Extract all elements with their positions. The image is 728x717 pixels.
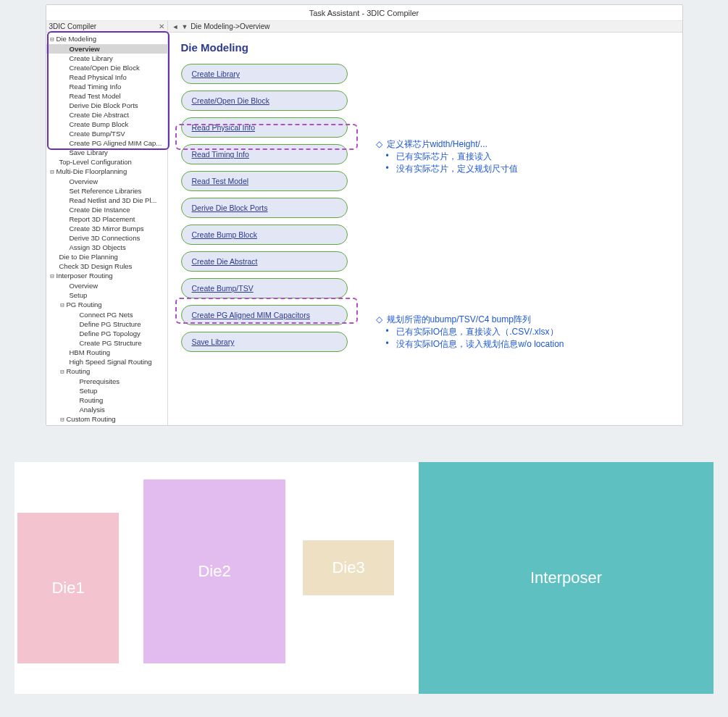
tree-item[interactable]: Create/Open Die Block [46,63,167,72]
tree-item[interactable]: ⊟Interposer Routing [46,271,167,281]
nav-down-icon[interactable]: ▼ [181,21,188,33]
tree-item[interactable]: High Speed Signal Routing [46,357,167,366]
tree-item[interactable]: Derive 3D Connections [46,233,167,243]
tree-item[interactable]: Overview [46,281,167,290]
die-diagram-section: Die1 Die2 Die3 Interposer [0,462,728,701]
die2-block: Die2 [143,479,285,663]
breadcrumb-bar: ◄ ▼ Die Modeling->Overview [168,21,682,33]
tree-item[interactable]: Setup [46,424,167,425]
diamond-icon: ◇ [376,139,382,149]
tree-item[interactable]: Read Timing Info [46,82,167,91]
tree-item-label: Die to Die Planning [59,253,118,261]
content-panel: ◄ ▼ Die Modeling->Overview Die Modeling … [168,21,682,425]
tree-item[interactable]: ⊟Custom Routing [46,414,167,424]
sidebar-panel: 3DIC Compiler ✕ ⊟Die ModelingOverviewCre… [46,21,168,425]
tree-toggle-icon[interactable]: ⊟ [49,35,56,44]
tree-item[interactable]: Die to Die Planning [46,252,167,261]
tree-item[interactable]: ⊟Die Modeling [46,34,167,44]
tree-item[interactable]: Read Test Model [46,91,167,101]
pill-button[interactable]: Create Library [181,64,348,84]
nav-tree[interactable]: ⊟Die ModelingOverviewCreate LibraryCreat… [46,33,167,425]
tree-item-label: Define PG Structure [80,320,141,328]
close-icon[interactable]: ✕ [159,21,164,33]
tree-item-label: Read Test Model [70,92,121,100]
tree-item[interactable]: Read Netlist and 3D Die Pl... [46,196,167,205]
tree-item[interactable]: Routing [46,395,167,405]
tree-item-label: Read Netlist and 3D Die Pl... [70,196,157,204]
tree-toggle-icon[interactable]: ⊟ [49,167,56,177]
tree-item[interactable]: ⊟PG Routing [46,300,167,310]
tree-item[interactable]: ⊟Routing [46,366,167,377]
tree-item-label: Interposer Routing [57,272,113,280]
tree-item[interactable]: Top-Level Configuration [46,157,167,167]
tree-item[interactable]: Define PG Topology [46,329,167,338]
tree-item[interactable]: Prerequisites [46,377,167,386]
tree-item[interactable]: ⊟Multi-Die Floorplanning [46,167,167,177]
pill-button[interactable]: Read Timing Info [181,144,348,164]
tree-item-label: HBM Routing [70,348,111,356]
page-title: Die Modeling [181,41,669,54]
tree-toggle-icon[interactable]: ⊟ [59,301,66,310]
tree-item-label: Routing [67,367,91,375]
pill-button[interactable]: Create Bump Block [181,225,348,245]
pill-button[interactable]: Create Die Abstract [181,251,348,272]
pill-button[interactable]: Save Library [181,332,348,352]
tree-item[interactable]: Create PG Aligned MIM Cap... [46,138,167,148]
tree-item[interactable]: Read Physical Info [46,72,167,82]
tree-item-label: Save Library [70,148,108,156]
tree-item[interactable]: Setup [46,290,167,300]
tree-item-label: Create Bump Block [70,120,129,128]
tree-item-label: Assign 3D Objects [70,243,126,251]
tree-item[interactable]: Define PG Structure [46,319,167,329]
pill-button[interactable]: Create/Open Die Block [181,91,348,111]
tree-item-label: Check 3D Design Rules [59,262,133,270]
pill-button[interactable]: Derive Die Block Ports [181,198,348,218]
app-window: Task Assistant - 3DIC Compiler 3DIC Comp… [46,4,683,426]
tree-item[interactable]: Create 3D Mirror Bumps [46,224,167,233]
tree-item-label: Create Bump/TSV [70,130,125,138]
tree-item[interactable]: Set Reference Libraries [46,186,167,196]
tree-item[interactable]: Report 3D Placement [46,214,167,224]
tree-item-label: Report 3D Placement [70,215,135,223]
tree-item-label: Derive Die Block Ports [70,101,138,109]
tree-item[interactable]: Create Die Abstract [46,110,167,120]
tree-item-label: Define PG Topology [80,330,141,337]
tree-item-label: Derive 3D Connections [70,234,141,242]
tree-item[interactable]: Create Library [46,54,167,63]
tree-item[interactable]: Create Bump Block [46,120,167,129]
pill-button[interactable]: Read Test Model [181,171,348,191]
tree-item[interactable]: Assign 3D Objects [46,243,167,252]
tree-item[interactable]: Derive Die Block Ports [46,101,167,110]
tree-item[interactable]: Analysis [46,405,167,414]
tree-item-label: Create PG Structure [80,339,142,347]
tree-item[interactable]: Create Bump/TSV [46,129,167,138]
die3-block: Die3 [303,540,394,595]
tree-item-label: Read Timing Info [70,83,122,91]
tree-item-label: Routing [80,396,104,404]
tree-toggle-icon[interactable]: ⊟ [49,272,56,281]
tree-item-label: Overview [70,282,99,290]
tree-item[interactable]: HBM Routing [46,348,167,357]
tree-item-label: Create/Open Die Block [70,64,140,72]
tree-toggle-icon[interactable]: ⊟ [59,367,66,377]
tree-item[interactable]: Create Die Instance [46,205,167,214]
tree-item[interactable]: Connect PG Nets [46,310,167,319]
tree-item[interactable]: Save Library [46,148,167,157]
tree-item-label: Overview [70,177,99,185]
tree-item-label: Analysis [80,406,105,414]
tree-item[interactable]: Setup [46,386,167,395]
tree-item[interactable]: Create PG Structure [46,338,167,348]
pill-button[interactable]: Create Bump/TSV [181,278,348,298]
tree-item-label: High Speed Signal Routing [70,358,152,366]
breadcrumb-text: Die Modeling->Overview [191,21,269,33]
tree-toggle-icon[interactable]: ⊟ [59,415,66,424]
sidebar-title: 3DIC Compiler [49,21,97,33]
pill-button[interactable]: Create PG Aligned MIM Capacitors [181,305,348,325]
tree-item[interactable]: Overview [46,177,167,186]
tree-item[interactable]: Check 3D Design Rules [46,261,167,271]
pill-button[interactable]: Read Physical Info [181,117,348,138]
nav-back-icon[interactable]: ◄ [172,21,179,33]
tree-item-label: Die Modeling [57,35,96,43]
tree-item[interactable]: Overview [46,44,167,54]
tree-item-label: Setup [70,291,88,299]
